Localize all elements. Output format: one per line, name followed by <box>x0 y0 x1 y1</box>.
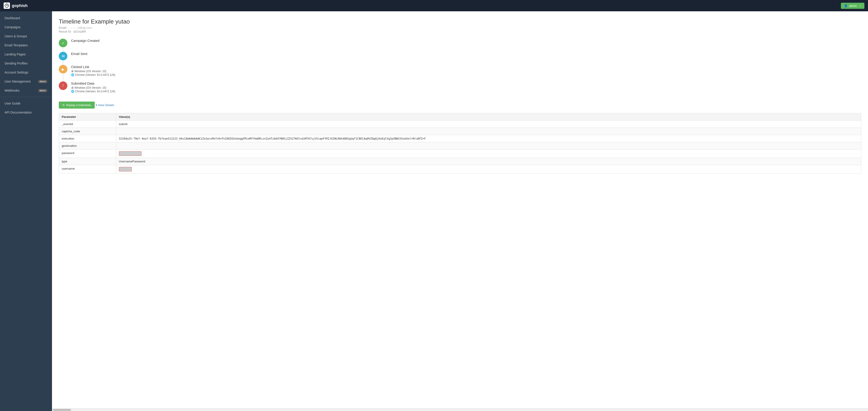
user-menu[interactable]: 👤 admin → <box>841 3 864 9</box>
sidebar-item-email-templates[interactable]: Email Templates <box>0 41 52 50</box>
table-row: typeUsernamePassword <box>59 158 861 165</box>
timeline-detail: 🌐 Chrome (Version: 91.0.4472.124) <box>71 73 861 77</box>
timeline-label-clicked-link: Clicked Link <box>71 65 861 69</box>
plain-value: UsernamePassword <box>119 160 145 163</box>
sidebar-badge-user-management: Admin <box>38 80 48 83</box>
redacted-value: •••••••••••••• <box>119 151 142 156</box>
table-row: captcha_code <box>59 128 861 135</box>
sidebar-item-sending-profiles[interactable]: Sending Profiles <box>0 59 52 68</box>
table-row: geolocation <box>59 142 861 149</box>
sidebar-item-user-guide[interactable]: User Guide <box>0 99 52 108</box>
sidebar-item-user-management[interactable]: User ManagementAdmin <box>0 77 52 86</box>
table-value: ••••••• <box>116 165 861 174</box>
timeline-content-clicked-link: Clicked Link🖥 Windows (OS Version: 10)🌐 … <box>71 65 861 77</box>
sidebar-label-landing-pages: Landing Pages <box>4 53 48 56</box>
sidebar-item-landing-pages[interactable]: Landing Pages <box>0 50 52 59</box>
table-row: _eventIdsubmit <box>59 121 861 128</box>
timeline-content-campaign-created: Campaign Created <box>71 39 861 43</box>
table-param: execution <box>59 135 116 142</box>
timeline-detail: 🖥 Windows (OS Version: 10) <box>71 70 861 73</box>
scrollbar-thumb[interactable] <box>53 409 71 411</box>
table-row: username••••••• <box>59 165 861 174</box>
sidebar-label-campaigns: Campaigns <box>4 25 48 29</box>
table-value <box>116 142 861 149</box>
logout-icon: → <box>858 4 861 7</box>
sidebar: DashboardCampaignsUsers & GroupsEmail Te… <box>0 11 52 411</box>
timeline-item-campaign-created: ✓Campaign Created <box>59 39 861 47</box>
timeline-label-email-sent: Email Sent <box>71 52 861 56</box>
user-icon: 👤 <box>844 4 848 7</box>
result-id-subtitle: Result ID: dZUxyBR <box>59 30 861 33</box>
table-param: _eventId <box>59 121 116 128</box>
timeline-label-campaign-created: Campaign Created <box>71 39 861 42</box>
main-content: Timeline for Example yutao Email: ······… <box>52 11 868 411</box>
email-label: Email: <box>59 26 67 29</box>
view-details-toggle[interactable]: ▾ View Details <box>96 104 114 107</box>
sidebar-label-users-groups: Users & Groups <box>4 34 48 38</box>
table-param: type <box>59 158 116 165</box>
replay-icon: ↻ <box>62 104 65 107</box>
col-values: Value(s) <box>116 113 861 121</box>
sidebar-label-user-management: User Management <box>4 80 38 83</box>
sidebar-label-webhooks: Webhooks <box>4 89 38 92</box>
replay-label: Replay Credentials <box>66 104 91 107</box>
timeline-item-clicked-link: ▶Clicked Link🖥 Windows (OS Version: 10)🌐… <box>59 65 861 77</box>
sidebar-label-sending-profiles: Sending Profiles <box>4 61 48 65</box>
timeline: ✓Campaign Created✉Email Sent▶Clicked Lin… <box>59 39 861 93</box>
page-title: Timeline for Example yutao <box>59 18 861 25</box>
col-parameter: Parameter <box>59 113 116 121</box>
timeline-label-submitted-data: Submitted Data <box>71 82 861 85</box>
brand-name: gophish <box>12 3 28 8</box>
logo <box>4 2 10 9</box>
sidebar-label-email-templates: Email Templates <box>4 43 48 47</box>
table-param: captcha_code <box>59 128 116 135</box>
layout: DashboardCampaignsUsers & GroupsEmail Te… <box>0 11 868 411</box>
timeline-content-submitted-data: Submitted Data🖥 Windows (OS Version: 10)… <box>71 82 861 93</box>
table-value: UsernamePassword <box>116 158 861 165</box>
sidebar-item-campaigns[interactable]: Campaigns <box>0 23 52 32</box>
table-value: submit <box>116 121 861 128</box>
table-value: •••••••••••••• <box>116 149 861 158</box>
sidebar-badge-webhooks: Admin <box>38 89 48 92</box>
details-table: Parameter Value(s) _eventIdsubmitcaptcha… <box>59 113 861 174</box>
table-param: geolocation <box>59 142 116 149</box>
sidebar-item-dashboard[interactable]: Dashboard <box>0 13 52 23</box>
redacted-value: ••••••• <box>119 167 132 172</box>
table-row: password•••••••••••••• <box>59 149 861 158</box>
plain-value: submit <box>119 122 127 126</box>
replay-credentials-button[interactable]: ↻ Replay Credentials <box>59 101 95 109</box>
timeline-item-email-sent: ✉Email Sent <box>59 52 861 60</box>
sidebar-label-dashboard: Dashboard <box>4 16 48 20</box>
table-param: username <box>59 165 116 174</box>
sidebar-item-webhooks[interactable]: WebhooksAdmin <box>0 86 52 95</box>
table-value <box>116 128 861 135</box>
navbar: gophish 👤 admin → <box>0 0 868 11</box>
timeline-icon-submitted-data: ! <box>59 82 67 90</box>
timeline-item-submitted-data: !Submitted Data🖥 Windows (OS Version: 10… <box>59 82 861 93</box>
timeline-icon-email-sent: ✉ <box>59 52 67 60</box>
table-row: execution3228da25-79e7-4ea7-8355-fb7eae5… <box>59 135 861 142</box>
sidebar-item-account-settings[interactable]: Account Settings <box>0 68 52 77</box>
table-param: password <box>59 149 116 158</box>
sidebar-label-account-settings: Account Settings <box>4 70 48 74</box>
timeline-detail: 🌐 Chrome (Version: 91.0.4472.124) <box>71 90 861 93</box>
timeline-icon-campaign-created: ✓ <box>59 39 67 47</box>
result-id-label: Result ID: <box>59 30 72 33</box>
result-id-value: dZUxyBR <box>73 30 86 33</box>
email-value: ···········3@qq.com <box>69 26 92 29</box>
timeline-content-email-sent: Email Sent <box>71 52 861 57</box>
sidebar-item-users-groups[interactable]: Users & Groups <box>0 32 52 41</box>
timeline-icon-clicked-link: ▶ <box>59 65 67 74</box>
email-subtitle: Email: ···········3@qq.com <box>59 26 861 29</box>
view-details-label: ▾ View Details <box>96 104 114 107</box>
sidebar-item-api-documentation[interactable]: API Documentation <box>0 108 52 117</box>
user-name: admin <box>849 4 857 7</box>
timeline-detail: 🖥 Windows (OS Version: 10) <box>71 86 861 89</box>
brand: gophish <box>4 2 28 9</box>
plain-value: 3228da25-79e7-4ea7-8355-fb7eae512223_H4s… <box>119 137 426 140</box>
horizontal-scrollbar[interactable] <box>52 408 868 411</box>
table-value: 3228da25-79e7-4ea7-8355-fb7eae512223_H4s… <box>116 135 861 142</box>
